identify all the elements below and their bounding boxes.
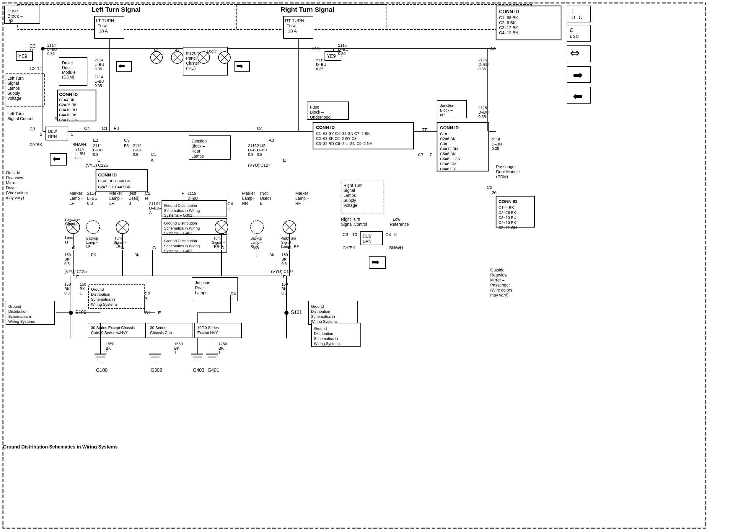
svg-text:⬅: ⬅ [118,62,125,70]
svg-text:5: 5 [394,232,397,237]
svg-text:H: H [145,196,148,201]
svg-text:F3: F3 [114,126,119,131]
svg-text:1: 1 [174,350,176,355]
svg-text:BK: BK [106,346,111,350]
svg-text:E: E [283,158,286,163]
svg-text:1: 1 [219,350,221,355]
svg-text:L–BU: L–BU [87,196,97,201]
svg-text:Rearview: Rearview [6,175,23,180]
svg-text:Ground Distribution: Ground Distribution [164,221,197,225]
svg-text:C8=6 GY: C8=6 GY [440,167,456,171]
svg-text:Reference: Reference [390,222,409,227]
svg-text:RR: RR [214,244,219,249]
svg-text:H: H [230,296,233,301]
svg-text:C3: C3 [342,232,348,237]
svg-text:ES: ES [570,34,576,38]
svg-text:Ground: Ground [91,287,104,291]
svg-text:(Wire colors: (Wire colors [6,190,28,195]
svg-text:BK: BK [80,287,85,291]
svg-text:➡: ➡ [371,257,379,267]
svg-text:C5=12 GN: C5=12 GN [499,225,517,230]
svg-text:E: E [97,158,100,163]
svg-text:O: O [579,15,582,20]
svg-text:11: 11 [37,66,42,71]
svg-text:(VYU) C125: (VYU) C125 [86,163,108,167]
svg-text:0.35: 0.35 [47,51,55,56]
svg-text:L–BU: L–BU [93,148,103,152]
svg-text:0.8: 0.8 [133,152,138,157]
svg-text:Lamp–: Lamp– [242,196,255,201]
svg-text:A6: A6 [490,46,496,51]
svg-text:I/P: I/P [7,19,13,24]
svg-text:2115: 2115 [257,143,265,148]
svg-text:B: B [260,201,262,206]
svg-text:2115: 2115 [248,143,256,148]
svg-text:Lamps: Lamps [7,86,20,90]
svg-text:D–BU: D–BU [492,142,502,146]
svg-text:CONN ID: CONN ID [499,199,517,204]
svg-text:1: 1 [106,350,108,355]
svg-text:⬅: ⬅ [573,90,583,103]
svg-text:7F: 7F [422,127,428,132]
svg-text:(VYU) C125: (VYU) C125 [65,269,87,274]
svg-text:Left Turn: Left Turn [7,76,24,81]
svg-rect-0 [3,3,706,528]
svg-text:0.35: 0.35 [478,114,486,119]
svg-text:Park/Turn: Park/Turn [65,218,80,222]
svg-text:Mirror –: Mirror – [490,278,504,282]
svg-text:Passenger: Passenger [490,283,510,288]
svg-text:Used): Used) [128,196,139,201]
svg-text:Turn: Turn [115,236,122,241]
svg-point-279 [251,221,263,234]
svg-text:Schematics in Wiring: Schematics in Wiring [164,226,200,230]
svg-text:D–BU: D–BU [257,148,267,152]
svg-text:Door Module: Door Module [496,169,520,174]
svg-text:➡: ➡ [573,68,583,82]
svg-text:10 A: 10 A [288,28,297,33]
svg-text:S101: S101 [291,310,302,315]
svg-text:C2: C2 [30,66,36,71]
svg-text:Chassis Cab: Chassis Cab [150,330,172,335]
svg-text:2114: 2114 [94,75,103,79]
svg-text:Signal –: Signal – [212,241,225,244]
svg-text:1750: 1750 [219,342,227,346]
svg-text:Marker: Marker [109,191,122,196]
svg-text:Voltage: Voltage [343,203,357,208]
svg-text:Signal: Signal [65,222,75,226]
svg-text:2114: 2114 [93,143,102,148]
svg-text:C1: C1 [150,152,156,157]
svg-text:Cluster: Cluster [186,61,199,65]
svg-text:Driver: Driver [6,185,17,190]
svg-text:Signal –: Signal – [114,241,127,244]
svg-text:0.35: 0.35 [94,67,102,71]
svg-text:30 Series Except Chassis: 30 Series Except Chassis [91,325,135,330]
svg-text:B1: B1 [154,48,159,53]
svg-text:C3: C3 [30,44,36,49]
svg-text:Fuse: Fuse [97,23,107,28]
svg-text:Fuse: Fuse [310,105,319,110]
svg-text:0.8: 0.8 [65,291,70,295]
svg-text:BK: BK [282,257,287,262]
svg-text:Outside: Outside [6,170,20,175]
svg-text:L–BU: L–BU [75,151,85,156]
svg-text:DPN: DPN [48,134,57,139]
svg-text:0.8: 0.8 [248,152,254,157]
svg-text:Signal Control: Signal Control [341,222,367,227]
svg-text:2115: 2115 [338,43,347,47]
svg-text:BK: BK [282,287,287,291]
svg-text:2115: 2115 [188,191,196,196]
svg-text:0.8: 0.8 [282,262,287,266]
svg-text:B: B [128,201,131,206]
svg-text:C5=12 GN: C5=12 GN [59,118,77,122]
svg-text:Rear: Rear [191,149,201,153]
svg-text:G302: G302 [150,367,162,373]
svg-text:G: G [288,245,292,250]
wiring-diagram-svg: Fuse Block – I/P Left Turn Signal Right … [0,0,756,532]
svg-text:Schematics in Wiring: Schematics in Wiring [164,244,200,248]
svg-text:LR: LR [116,244,121,249]
svg-text:G: G [152,245,156,250]
svg-text:CONN ID: CONN ID [59,92,78,97]
svg-text:Lamp –: Lamp – [69,196,83,201]
svg-text:Distribution: Distribution [311,309,330,314]
svg-text:D–BU: D–BU [316,62,326,67]
